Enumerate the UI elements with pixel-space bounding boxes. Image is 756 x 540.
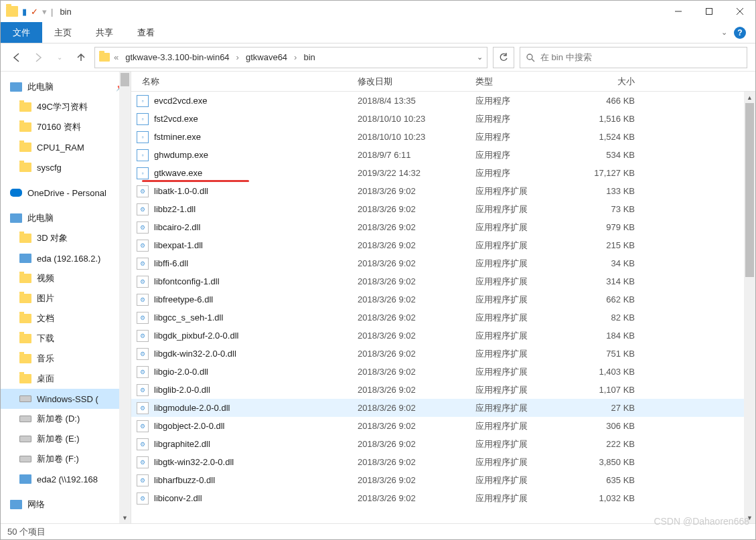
table-row[interactable]: ⚙libiconv-2.dll2018/3/26 9:02应用程序扩展1,032… <box>131 489 755 507</box>
nav-label: 下载 <box>37 333 54 345</box>
nav-item[interactable]: eda2 (\\192.168 <box>1 469 131 489</box>
addressbar[interactable]: « gtkwave-3.3.100-bin-win64 › gtkwave64 … <box>94 47 487 68</box>
tab-file[interactable]: 文件 <box>1 22 42 43</box>
file-name: libgraphite2.dll <box>154 439 358 449</box>
file-type: 应用程序扩展 <box>475 330 577 342</box>
table-row[interactable]: ⚙libfontconfig-1.dll2018/3/26 9:02应用程序扩展… <box>131 272 755 290</box>
crumb-1[interactable]: gtkwave64 <box>243 52 290 62</box>
table-row[interactable]: ▫fstminer.exe2018/10/10 10:23应用程序1,524 K… <box>131 128 755 146</box>
column-size[interactable]: 大小 <box>577 76 639 88</box>
nav-item[interactable]: 网络 <box>1 494 131 515</box>
nav-item[interactable]: 此电脑📌 <box>1 77 131 97</box>
file-size: 215 KB <box>577 240 639 250</box>
table-row[interactable]: ⚙libgdk_pixbuf-2.0-0.dll2018/3/26 9:02应用… <box>131 327 755 345</box>
nav-item[interactable]: 新加卷 (F:) <box>1 449 131 469</box>
up-button[interactable] <box>73 50 89 66</box>
crumb-0[interactable]: gtkwave-3.3.100-bin-win64 <box>123 52 232 62</box>
table-row[interactable]: ▫fst2vcd.exe2018/10/10 10:23应用程序1,516 KB <box>131 110 755 128</box>
table-row[interactable]: ⚙libgcc_s_seh-1.dll2018/3/26 9:02应用程序扩展8… <box>131 308 755 327</box>
table-row[interactable]: ⚙libgtk-win32-2.0-0.dll2018/3/26 9:02应用程… <box>131 453 755 471</box>
table-row[interactable]: ⚙libgdk-win32-2.0-0.dll2018/3/26 9:02应用程… <box>131 345 755 363</box>
close-button[interactable] <box>725 1 755 22</box>
table-row[interactable]: ⚙libgraphite2.dll2018/3/26 9:02应用程序扩展222… <box>131 435 755 453</box>
ribbon-expand-icon[interactable]: ⌄ <box>721 28 727 37</box>
nav-row: ⌄ « gtkwave-3.3.100-bin-win64 › gtkwave6… <box>1 43 755 72</box>
table-row[interactable]: ⚙libatk-1.0-0.dll2018/3/26 9:02应用程序扩展133… <box>131 182 755 200</box>
file-name: libfreetype-6.dll <box>154 294 358 304</box>
file-size: 133 KB <box>577 186 639 196</box>
table-row[interactable]: ▫ghwdump.exe2018/9/7 6:11应用程序534 KB <box>131 146 755 164</box>
help-icon[interactable]: ? <box>734 27 746 39</box>
column-type[interactable]: 类型 <box>475 76 577 88</box>
table-row[interactable]: ⚙libexpat-1.dll2018/3/26 9:02应用程序扩展215 K… <box>131 236 755 254</box>
scrollbar-thumb[interactable] <box>121 73 129 86</box>
file-name: libglib-2.0-0.dll <box>154 385 358 395</box>
file-date: 2018/3/26 9:02 <box>358 493 475 503</box>
scroll-up-icon[interactable]: ▲ <box>744 92 755 103</box>
nav-item[interactable]: 新加卷 (E:) <box>1 429 131 449</box>
file-size: 73 KB <box>577 204 639 214</box>
address-dropdown-icon[interactable]: ⌄ <box>477 53 483 62</box>
file-size: 466 KB <box>577 96 639 106</box>
nav-item[interactable]: 视频 <box>1 268 131 288</box>
nav-item[interactable]: 图片 <box>1 288 131 308</box>
file-date: 2018/8/4 13:35 <box>358 96 475 106</box>
table-row[interactable]: ⚙libbz2-1.dll2018/3/26 9:02应用程序扩展73 KB <box>131 200 755 218</box>
nav-item[interactable]: 新加卷 (D:) <box>1 409 131 429</box>
column-name[interactable]: 名称 <box>137 76 358 88</box>
nav-item[interactable]: CPU1_RAM <box>1 137 131 157</box>
refresh-button[interactable] <box>493 47 514 68</box>
tab-home[interactable]: 主页 <box>42 22 84 43</box>
file-name: libgobject-2.0-0.dll <box>154 421 358 431</box>
table-row[interactable]: ⚙libffi-6.dll2018/3/26 9:02应用程序扩展34 KB <box>131 254 755 272</box>
qat-save-icon[interactable]: ▮ <box>22 7 27 17</box>
chevron-right-icon[interactable]: › <box>236 52 239 62</box>
search-input[interactable]: 在 bin 中搜索 <box>520 47 747 68</box>
navigation-pane: 此电脑📌49C学习资料70160 资料CPU1_RAMsyscfgOneDriv… <box>1 72 131 523</box>
filelist-scrollbar[interactable]: ▲ ▼ <box>744 92 755 523</box>
nav-item[interactable]: syscfg <box>1 157 131 177</box>
table-row[interactable]: ⚙libgmodule-2.0-0.dll2018/3/26 9:02应用程序扩… <box>131 399 755 417</box>
file-size: 662 KB <box>577 294 639 304</box>
file-type: 应用程序扩展 <box>475 348 577 360</box>
nav-item[interactable]: 49C学习资料 <box>1 97 131 117</box>
file-date: 2018/3/26 9:02 <box>358 222 475 232</box>
table-row[interactable]: ⚙libgobject-2.0-0.dll2018/3/26 9:02应用程序扩… <box>131 417 755 435</box>
table-row[interactable]: ▫gtkwave.exe2019/3/22 14:32应用程序17,127 KB <box>131 164 755 182</box>
qat-check-icon[interactable]: ✓ <box>31 7 38 17</box>
nav-item[interactable]: 下载 <box>1 329 131 349</box>
tab-share[interactable]: 共享 <box>84 22 125 43</box>
maximize-button[interactable] <box>694 1 725 22</box>
tab-view[interactable]: 查看 <box>125 22 167 43</box>
nav-item[interactable]: Windows-SSD ( <box>1 389 131 409</box>
column-date[interactable]: 修改日期 <box>358 76 475 88</box>
chevron-right-icon[interactable]: › <box>294 52 297 62</box>
recent-dropdown[interactable]: ⌄ <box>52 50 68 66</box>
dll-icon: ⚙ <box>137 221 149 234</box>
nav-item[interactable]: OneDrive - Personal <box>1 183 131 203</box>
nav-item[interactable]: eda (192.168.2.) <box>1 248 131 268</box>
table-row[interactable]: ▫evcd2vcd.exe2018/8/4 13:35应用程序466 KB <box>131 92 755 110</box>
table-row[interactable]: ⚙libglib-2.0-0.dll2018/3/26 9:02应用程序扩展1,… <box>131 381 755 399</box>
scroll-down-icon[interactable]: ▼ <box>119 512 131 523</box>
nav-item[interactable]: 音乐 <box>1 349 131 369</box>
nav-item[interactable]: 文档 <box>1 308 131 329</box>
nav-label: 此电脑 <box>27 212 54 224</box>
scrollbar-thumb[interactable] <box>745 103 754 277</box>
navpane-scrollbar[interactable]: ▲ ▼ <box>119 72 131 523</box>
table-row[interactable]: ⚙libcairo-2.dll2018/3/26 9:02应用程序扩展979 K… <box>131 218 755 236</box>
nav-label: 新加卷 (E:) <box>37 433 80 445</box>
nav-item[interactable]: 此电脑 <box>1 208 131 228</box>
forward-button[interactable] <box>30 50 46 66</box>
dll-icon: ⚙ <box>137 402 149 414</box>
nav-item[interactable]: 70160 资料 <box>1 117 131 137</box>
back-button[interactable] <box>9 50 25 66</box>
table-row[interactable]: ⚙libgio-2.0-0.dll2018/3/26 9:02应用程序扩展1,4… <box>131 363 755 381</box>
crumb-2[interactable]: bin <box>301 52 317 62</box>
nav-item[interactable]: 3D 对象 <box>1 228 131 248</box>
nav-item[interactable]: 桌面 <box>1 369 131 389</box>
table-row[interactable]: ⚙libfreetype-6.dll2018/3/26 9:02应用程序扩展66… <box>131 290 755 308</box>
minimize-button[interactable] <box>663 1 694 22</box>
table-row[interactable]: ⚙libharfbuzz-0.dll2018/3/26 9:02应用程序扩展63… <box>131 471 755 489</box>
scroll-down-icon[interactable]: ▼ <box>744 512 755 523</box>
